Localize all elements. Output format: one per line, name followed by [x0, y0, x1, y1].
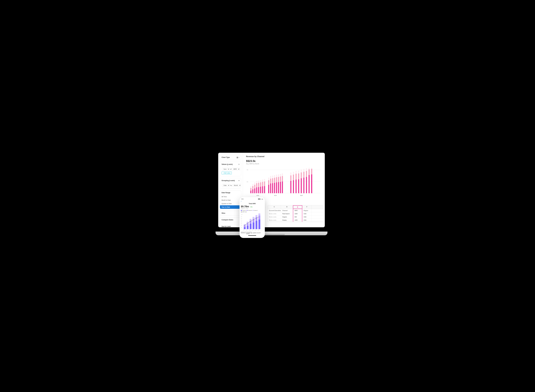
- legend-dot-a: [241, 210, 242, 211]
- svg-rect-65: [301, 169, 302, 173]
- battery-icon: ▬: [262, 198, 263, 200]
- svg-rect-6: [252, 189, 253, 193]
- chart-area: 45k 30k: [246, 166, 322, 198]
- phone-status-bar: 9:41 ▐▐▐ ▲ ▬: [239, 198, 265, 200]
- chart-type-header[interactable]: Chart Type ▦ ›: [220, 155, 241, 160]
- grouping-header[interactable]: Grouping (x-axis) ▾: [220, 178, 241, 183]
- svg-rect-7: [252, 186, 253, 189]
- svg-rect-46: [280, 177, 281, 182]
- chart-title: Revenue by Channel: [246, 155, 322, 158]
- svg-text:10M: 10M: [241, 214, 242, 215]
- svg-rect-70: [306, 171, 307, 177]
- svg-text:May: May: [249, 229, 250, 230]
- wifi-icon: ▲: [260, 198, 262, 200]
- svg-rect-74: [309, 168, 310, 169]
- compare-dates-section[interactable]: Compare Dates: [220, 217, 241, 222]
- svg-rect-72: [309, 175, 310, 193]
- svg-rect-11: [254, 182, 255, 185]
- all-time-item[interactable]: All Time: [220, 195, 241, 198]
- phone-target: Target vs. Goal: [241, 208, 263, 209]
- svg-rect-43: [278, 177, 279, 182]
- svg-rect-89: [244, 224, 246, 225]
- svg-rect-69: [306, 177, 307, 193]
- values-section: Values (y-axis) ▾ Sum of MRR: [220, 162, 241, 176]
- svg-rect-93: [250, 224, 252, 229]
- svg-rect-104: [258, 214, 260, 215]
- table-row: Becky Lewis Display 1450 USA: [268, 219, 323, 222]
- svg-rect-68: [303, 169, 304, 172]
- grouping-group-select[interactable]: Month: [232, 184, 241, 187]
- phone-chart-svg: 10M 9M 8M 7M 6M 5M 4M 3M 0: [241, 213, 263, 230]
- svg-text:Jan: Jan: [243, 229, 244, 230]
- svg-rect-76: [311, 169, 312, 174]
- legend-label-a: Product A: [242, 210, 246, 211]
- svg-text:Sept: Sept: [255, 229, 256, 230]
- phone-home-indicator: [248, 235, 256, 236]
- values-label: Values (y-axis): [221, 163, 233, 165]
- value-number: $23.5: [248, 159, 254, 163]
- svg-rect-28: [268, 180, 269, 185]
- svg-rect-34: [272, 178, 273, 183]
- grouping-content: Date by Month: [220, 183, 241, 188]
- values-header[interactable]: Values (y-axis) ▾: [220, 162, 241, 167]
- slice-section[interactable]: Slice: [220, 211, 241, 215]
- svg-rect-59: [296, 171, 296, 174]
- phone-chart-area: 10M 9M 8M 7M 6M 5M 4M 3M 0: [241, 213, 263, 230]
- of-label: of: [230, 168, 231, 170]
- spreadsheet-subheader: Account Executive Channel MRR Region: [268, 209, 323, 212]
- phone-back-button[interactable]: ‹: [241, 200, 263, 202]
- field-select[interactable]: MRR: [232, 168, 240, 170]
- svg-rect-58: [296, 174, 296, 179]
- svg-rect-35: [272, 176, 273, 178]
- svg-text:6M: 6M: [241, 222, 242, 222]
- svg-rect-99: [255, 221, 257, 229]
- svg-rect-60: [298, 179, 299, 193]
- laptop-screen: Chart Type ▦ › Values (y-axis) ▾: [218, 153, 325, 227]
- svg-rect-29: [268, 178, 269, 180]
- svg-rect-54: [293, 180, 294, 193]
- date-range-section: Date Range All Time Month to Date Quarte…: [220, 190, 241, 209]
- year-to-date-item[interactable]: Year to Date: [220, 205, 241, 209]
- sum-select[interactable]: Sum: [222, 168, 230, 170]
- svg-rect-38: [274, 175, 275, 178]
- legend-product-c: Product C: [253, 210, 258, 211]
- svg-rect-5: [250, 186, 251, 188]
- svg-text:8M: 8M: [241, 218, 242, 219]
- svg-rect-63: [301, 178, 302, 193]
- svg-rect-40: [276, 177, 277, 182]
- legend-label-goal: ARR Goal: [242, 211, 247, 212]
- grouping-field-select[interactable]: Date: [222, 184, 230, 187]
- svg-rect-19: [260, 182, 261, 187]
- sort-limit-section[interactable]: Sort & Limit: [220, 224, 241, 227]
- svg-rect-33: [272, 183, 273, 193]
- year-2019: 2019: [274, 195, 277, 196]
- add-value-button[interactable]: + Add value: [221, 172, 232, 174]
- svg-rect-90: [247, 226, 249, 229]
- year-2020: 2020: [300, 195, 303, 196]
- svg-text:Jul: Jul: [252, 229, 253, 230]
- grouping-label: Grouping (x-axis): [221, 180, 235, 182]
- svg-text:9M: 9M: [241, 216, 242, 217]
- svg-rect-4: [250, 188, 251, 191]
- phone-datasource: Datasources Salesforce Last updated 9 mi…: [239, 230, 265, 234]
- svg-rect-24: [264, 186, 265, 193]
- cell-mrr-2: 600: [293, 215, 302, 219]
- quarter-to-date-item[interactable]: Quarter to Date: [220, 202, 241, 205]
- legend-product-b: Product B: [247, 210, 252, 211]
- legend-dot-b: [247, 210, 248, 211]
- cell-channel-3: Display: [281, 219, 293, 222]
- svg-rect-87: [244, 227, 246, 229]
- svg-rect-98: [253, 217, 254, 219]
- chart-svg: 45k 30k: [246, 166, 322, 198]
- svg-rect-77: [311, 168, 312, 169]
- svg-rect-53: [290, 173, 291, 176]
- spreadsheet: C D E F Account Executive Channel MRR Re…: [268, 205, 324, 222]
- svg-rect-51: [290, 181, 291, 193]
- svg-rect-75: [311, 174, 312, 193]
- month-to-date-item[interactable]: Month to Date: [220, 198, 241, 202]
- svg-rect-37: [274, 178, 275, 183]
- svg-rect-25: [264, 182, 265, 186]
- legend-product-a: Product A: [241, 210, 246, 211]
- svg-rect-102: [258, 219, 260, 229]
- cell-channel-2: Organic: [281, 215, 293, 219]
